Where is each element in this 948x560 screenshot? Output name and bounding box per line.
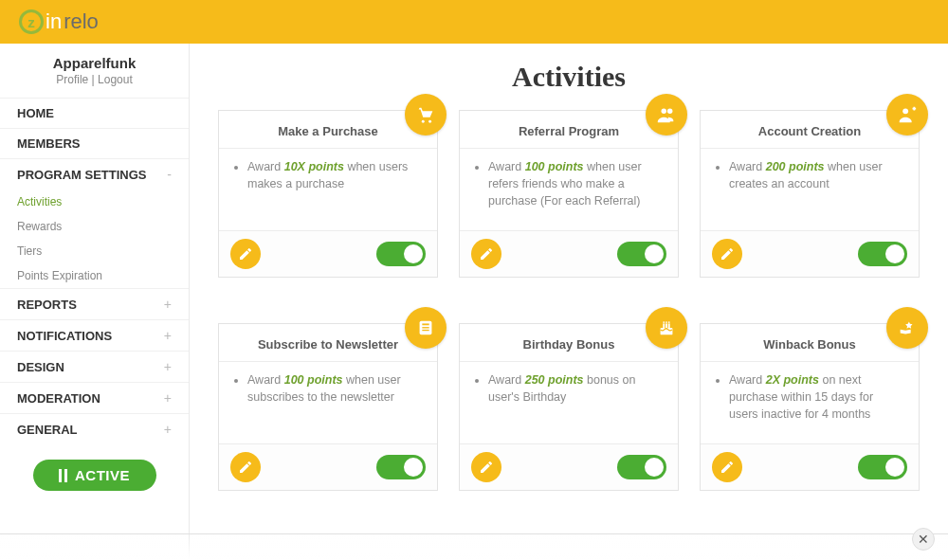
- svg-point-0: [422, 120, 425, 123]
- brand-logo[interactable]: inrelo: [19, 9, 99, 34]
- card-body: Award 10X points when users makes a purc…: [219, 149, 437, 230]
- enable-toggle[interactable]: [858, 455, 907, 479]
- enable-toggle[interactable]: [376, 242, 426, 266]
- svg-point-1: [428, 120, 431, 123]
- enable-toggle[interactable]: [617, 242, 666, 266]
- points-value: 200 points: [766, 160, 825, 173]
- expand-icon: +: [164, 297, 172, 312]
- svg-rect-8: [422, 330, 428, 331]
- svg-point-15: [668, 321, 670, 323]
- activity-card-make-a-purchase: Make a Purchase Award 10X points when us…: [218, 110, 438, 278]
- pencil-icon: [238, 246, 253, 262]
- card-body: Award 200 points when user creates an ac…: [701, 149, 919, 230]
- svg-rect-12: [668, 323, 670, 328]
- expand-icon: +: [164, 422, 172, 437]
- expand-icon: +: [164, 359, 172, 374]
- expand-icon: +: [164, 390, 172, 406]
- collapse-icon: -: [167, 167, 172, 182]
- card-body: Award 100 points when user subscribes to…: [219, 362, 437, 443]
- svg-point-3: [667, 109, 673, 115]
- nav-reports[interactable]: REPORTS +: [0, 288, 189, 319]
- account-block: Apparelfunk Profile | Logout: [0, 55, 189, 98]
- status-label: ACTIVE: [75, 467, 130, 483]
- sidebar: Apparelfunk Profile | Logout HOME MEMBER…: [0, 44, 190, 560]
- pencil-icon: [479, 246, 494, 262]
- newsletter-icon: [405, 307, 447, 349]
- edit-button[interactable]: [471, 452, 501, 482]
- svg-rect-6: [422, 323, 428, 325]
- pencil-icon: [720, 246, 735, 262]
- edit-button[interactable]: [230, 239, 261, 269]
- svg-rect-10: [663, 323, 665, 328]
- nav-label: MEMBERS: [17, 136, 80, 151]
- expand-icon: +: [164, 328, 172, 343]
- enable-toggle[interactable]: [376, 455, 426, 479]
- card-footer: [701, 443, 919, 490]
- close-button[interactable]: ✕: [912, 528, 935, 551]
- enable-toggle[interactable]: [858, 242, 907, 266]
- nav-label: NOTIFICATIONS: [17, 329, 112, 343]
- nav-label: PROGRAM SETTINGS: [17, 168, 147, 182]
- card-body: Award 2X points on next purchase within …: [701, 362, 919, 443]
- card-body: Award 250 points bonus on user's Birthda…: [460, 362, 678, 443]
- nav-sub-rewards[interactable]: Rewards: [0, 214, 189, 239]
- card-footer: [701, 230, 919, 277]
- cart-icon: [405, 94, 447, 135]
- pencil-icon: [479, 460, 494, 475]
- activity-card-winback-bonus: Winback Bonus Award 2X points on next pu…: [700, 323, 920, 491]
- nav-notifications[interactable]: NOTIFICATIONS +: [0, 319, 189, 351]
- nav-sub-tiers[interactable]: Tiers: [0, 239, 189, 263]
- pencil-icon: [238, 460, 253, 475]
- nav-design[interactable]: DESIGN +: [0, 351, 189, 382]
- card-footer: [460, 230, 678, 277]
- logo-mark-icon: [19, 9, 44, 34]
- close-icon: ✕: [918, 532, 929, 547]
- card-footer: [219, 230, 437, 277]
- svg-point-13: [663, 321, 665, 323]
- edit-button[interactable]: [712, 239, 742, 269]
- page-title: Activities: [218, 61, 920, 93]
- nav-sub-points-expiration[interactable]: Points Expiration: [0, 263, 189, 288]
- topbar: inrelo: [0, 0, 948, 44]
- svg-point-14: [665, 321, 667, 323]
- edit-button[interactable]: [712, 452, 742, 482]
- nav-program-settings[interactable]: PROGRAM SETTINGS -: [0, 158, 189, 190]
- svg-point-4: [902, 108, 908, 114]
- edit-button[interactable]: [230, 452, 261, 482]
- activity-card-account-creation: Account Creation Award 200 points when u…: [700, 110, 920, 278]
- reward-icon: [886, 307, 928, 349]
- points-value: 10X points: [284, 160, 344, 173]
- brand-name-secondary: relo: [64, 9, 99, 34]
- svg-rect-11: [665, 323, 667, 328]
- svg-rect-7: [422, 327, 428, 328]
- account-links: Profile | Logout: [0, 73, 189, 86]
- cake-icon: [646, 307, 687, 349]
- activities-grid: Make a Purchase Award 10X points when us…: [218, 110, 920, 491]
- nav-label: REPORTS: [17, 298, 77, 312]
- user-plus-icon: [886, 94, 928, 135]
- card-body: Award 100 points when user refers friend…: [460, 149, 678, 230]
- brand-name-primary: in: [46, 9, 62, 34]
- activity-card-birthday-bonus: Birthday Bonus Award 250 points bonus on…: [459, 323, 679, 491]
- nav-home[interactable]: HOME: [0, 98, 189, 128]
- account-name: Apparelfunk: [0, 55, 189, 71]
- users-icon: [646, 94, 687, 135]
- enable-toggle[interactable]: [617, 455, 666, 479]
- nav-label: GENERAL: [17, 423, 78, 437]
- nav-moderation[interactable]: MODERATION +: [0, 382, 189, 413]
- pencil-icon: [720, 460, 735, 475]
- nav-label: MODERATION: [17, 391, 100, 406]
- nav-label: DESIGN: [17, 360, 64, 374]
- program-status-toggle[interactable]: ACTIVE: [33, 460, 156, 491]
- points-value: 100 points: [525, 160, 584, 173]
- nav-general[interactable]: GENERAL +: [0, 413, 189, 444]
- edit-button[interactable]: [471, 239, 501, 269]
- nav-label: HOME: [17, 106, 54, 120]
- profile-link[interactable]: Profile: [56, 73, 88, 86]
- card-footer: [219, 443, 437, 490]
- nav-members[interactable]: MEMBERS: [0, 128, 189, 158]
- activity-card-referral-program: Referral Program Award 100 points when u…: [459, 110, 679, 278]
- logout-link[interactable]: Logout: [98, 73, 133, 86]
- pause-icon: [59, 469, 67, 482]
- nav-sub-activities[interactable]: Activities: [0, 190, 189, 214]
